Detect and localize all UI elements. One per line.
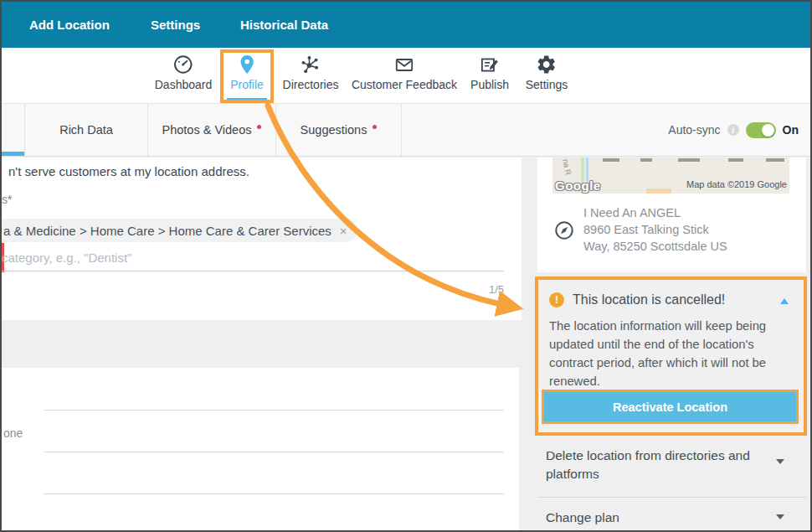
nav-item-label: Customer Feedback <box>352 78 457 91</box>
google-logo: Google <box>555 178 601 193</box>
location-name: I Need An ANGEL <box>583 204 727 221</box>
toggle-knob <box>762 124 774 137</box>
form-input-underline[interactable] <box>44 452 504 452</box>
map-road-label: na R <box>561 158 573 176</box>
profile-form-card: n't serve customers at my location addre… <box>2 158 522 320</box>
nav-item-label: Settings <box>526 78 568 91</box>
notification-dot <box>257 125 261 129</box>
compass-icon <box>554 220 574 240</box>
location-address-block: I Need An ANGEL 8960 East Talking Stick … <box>583 204 727 255</box>
profile-active-underline <box>227 98 267 103</box>
map-label-fragment <box>766 158 784 162</box>
category-chip-text: a & Medicine > Home Care > Home Care & C… <box>3 224 331 238</box>
expand-caret-icon[interactable] <box>776 459 784 464</box>
topbar-settings[interactable]: Settings <box>151 18 200 32</box>
address-line: 8960 East Talking Stick <box>583 221 727 238</box>
form-input-underline[interactable] <box>44 493 504 494</box>
tab-label: Suggestions <box>301 123 367 137</box>
form-input-underline[interactable] <box>44 410 504 411</box>
nav-item-profile[interactable]: Profile <box>230 54 264 91</box>
category-chip: a & Medicine > Home Care > Home Care & C… <box>2 219 357 242</box>
nav-item-label: Dashboard <box>155 78 213 91</box>
envelope-icon <box>393 54 415 75</box>
cancelled-panel: ! This location is cancelled! The locati… <box>535 276 807 436</box>
divider <box>537 497 806 498</box>
cancelled-title: This location is cancelled! <box>573 292 725 307</box>
map-label-fragment <box>640 158 652 162</box>
nav-item-label: Publish <box>470 78 509 91</box>
reactivate-location-button[interactable]: Reactivate Location <box>544 392 796 421</box>
category-input-placeholder[interactable]: category, e.g., "Dentist" <box>2 251 131 265</box>
change-plan-action[interactable]: Change plan <box>546 509 784 527</box>
delete-location-action[interactable]: Delete location from directories and pla… <box>546 447 784 483</box>
chip-remove-icon[interactable]: × <box>340 224 347 238</box>
autosync-toggle[interactable] <box>746 122 776 138</box>
tab-partial-active[interactable] <box>2 104 25 156</box>
cancelled-body: The location information will keep being… <box>549 317 801 390</box>
tab-photos-videos[interactable]: Photos & Videos <box>148 104 276 156</box>
autosync-label: Auto-sync <box>668 123 720 137</box>
service-area-statement: n't serve customers at my location addre… <box>8 164 249 178</box>
expand-caret-icon[interactable] <box>776 514 784 519</box>
warning-icon: ! <box>549 292 564 307</box>
nav-item-publish[interactable]: Publish <box>470 54 509 91</box>
nav-item-dashboard[interactable]: Dashboard <box>155 54 213 91</box>
collapse-caret-icon[interactable] <box>780 298 789 304</box>
phone-label-fragment: one <box>3 426 23 440</box>
autosync-control: Auto-sync i On <box>668 104 799 156</box>
network-icon <box>300 54 321 75</box>
tab-label: Rich Data <box>59 123 113 137</box>
nav-item-directories[interactable]: Directories <box>283 54 339 91</box>
topbar: Add Location Settings Historical Data <box>2 2 810 48</box>
tab-label: Photos & Videos <box>162 123 252 137</box>
nav-item-customer-feedback[interactable]: Customer Feedback <box>352 54 457 91</box>
map-area-patch <box>646 189 671 194</box>
tab-rich-data[interactable]: Rich Data <box>25 104 148 156</box>
location-summary-card: na R Google Map data ©2019 Google I Need… <box>537 158 806 272</box>
topbar-historical-data[interactable]: Historical Data <box>240 18 328 32</box>
map-label-fragment <box>678 158 700 162</box>
map-pin-icon <box>236 54 258 75</box>
nav-item-label: Directories <box>283 78 339 91</box>
categories-label-fragment: s* <box>2 193 12 206</box>
primary-nav: Dashboard Profile Directories <box>2 48 810 104</box>
app-window: Add Location Settings Historical Data Da… <box>0 0 812 532</box>
category-counter: 1/5 <box>253 283 504 296</box>
reactivate-button-highlight: Reactivate Location <box>542 390 799 424</box>
nav-item-settings[interactable]: Settings <box>526 54 568 91</box>
contact-form-card: one <box>2 368 519 532</box>
notification-dot <box>373 125 377 129</box>
autosync-state: On <box>783 123 799 137</box>
secondary-tabs: Rich Data Photos & Videos Suggestions Au… <box>2 104 810 157</box>
map-label-fragment <box>603 158 619 162</box>
required-asterisk: * <box>8 193 12 206</box>
nav-item-label: Profile <box>230 78 264 91</box>
address-line: Way, 85250 Scottsdale US <box>583 238 727 255</box>
location-actions: Delete location from directories and pla… <box>537 435 806 532</box>
document-pencil-icon <box>479 54 501 75</box>
info-icon[interactable]: i <box>727 124 739 136</box>
tab-suggestions[interactable]: Suggestions <box>276 104 402 156</box>
gear-icon <box>536 54 558 75</box>
tab-active-underline <box>2 152 24 156</box>
map-attribution: Map data ©2019 Google <box>686 179 787 189</box>
category-input-underline <box>2 271 504 271</box>
map-preview[interactable]: na R Google Map data ©2019 Google <box>552 158 789 194</box>
topbar-add-location[interactable]: Add Location <box>29 18 110 32</box>
gauge-icon <box>172 54 194 75</box>
map-label-fragment <box>728 158 743 162</box>
